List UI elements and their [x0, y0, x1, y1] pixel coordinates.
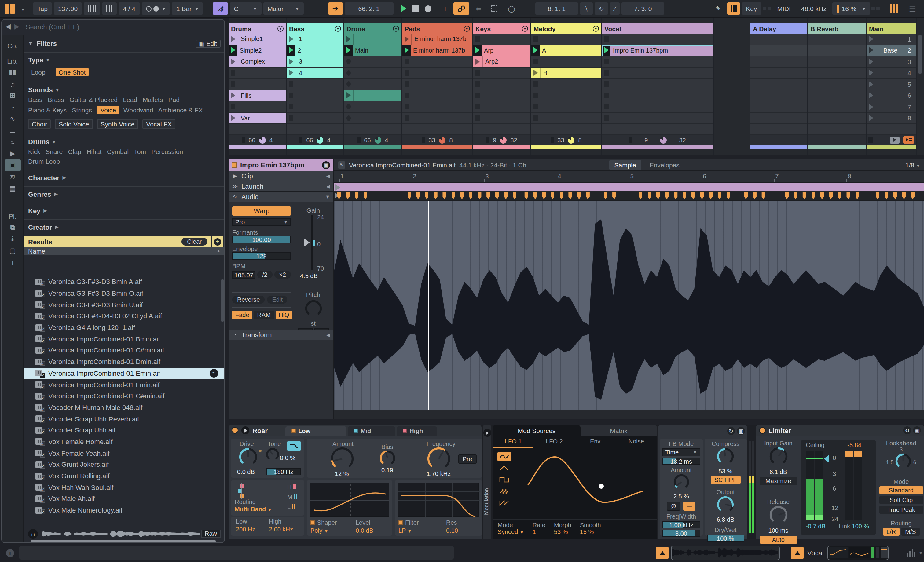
warp-marker[interactable] — [451, 192, 455, 199]
tab-band-high[interactable]: High — [397, 426, 437, 436]
warp-marker[interactable] — [346, 192, 350, 199]
routing-lr-button[interactable]: L/R — [883, 528, 900, 536]
preview-headphone-icon[interactable]: ∩ — [28, 529, 38, 538]
fade-toggle[interactable]: Fade — [232, 311, 252, 319]
session-record-button[interactable] — [454, 3, 470, 15]
gain-value[interactable]: 4.5 dB — [300, 273, 318, 279]
amount-knob[interactable] — [330, 447, 354, 474]
file-row[interactable]: ✓Veronica ImproCombined-01 C#min.aif — [24, 345, 224, 356]
clip-slot[interactable] — [531, 101, 602, 113]
clip-slot[interactable] — [344, 67, 402, 79]
release-knob[interactable] — [768, 505, 788, 527]
warp-marker[interactable] — [612, 192, 616, 199]
save-preset-icon[interactable]: ▣ — [913, 426, 921, 434]
warp-marker[interactable] — [513, 192, 516, 199]
output-knob[interactable] — [716, 495, 735, 516]
clip-slot[interactable] — [531, 56, 602, 67]
scene-slot[interactable]: 1 — [867, 34, 916, 45]
reverse-button[interactable]: Reverse — [232, 296, 265, 304]
warp-marker[interactable] — [911, 192, 915, 199]
grooves-icon[interactable]: ≋ — [4, 171, 21, 183]
clip-slot[interactable] — [473, 90, 531, 101]
warp-marker[interactable] — [894, 192, 897, 199]
return-slot[interactable] — [808, 101, 866, 113]
track-menu-icon[interactable]: ▼ — [464, 25, 470, 31]
warp-marker[interactable] — [586, 192, 590, 199]
warp-marker[interactable] — [469, 192, 473, 199]
punch-in-switch[interactable]: ∖ — [580, 3, 592, 15]
stop-all-clips-button[interactable] — [890, 136, 900, 143]
input-gain-knob[interactable] — [768, 447, 788, 469]
tone-filter-icon[interactable] — [287, 441, 301, 451]
output-meter-icon[interactable] — [907, 549, 916, 557]
arrangement-record-button[interactable] — [425, 5, 432, 12]
amount-value[interactable]: 12 % — [335, 471, 349, 477]
clip-slot[interactable] — [602, 113, 713, 124]
sounds-row1[interactable]: Bass Brass Guitar & Plucked Lead Mallets… — [24, 95, 224, 105]
overdub-button[interactable]: + — [439, 3, 452, 15]
clip-slot[interactable] — [344, 113, 402, 124]
stop-button[interactable] — [412, 6, 418, 12]
collapse-icon[interactable]: ◀ — [326, 184, 330, 189]
warp-marker[interactable] — [648, 192, 651, 199]
input-gain-value[interactable]: 6.1 dB — [759, 469, 797, 475]
add-folder-icon[interactable]: + — [4, 256, 21, 268]
tone-value[interactable]: 0.0 % — [280, 454, 296, 461]
clear-filters-button[interactable]: Clear — [182, 238, 207, 246]
drums-icon[interactable]: ♫ — [4, 78, 21, 90]
filter-res-value[interactable]: 0.10 — [446, 527, 458, 534]
clip-slot[interactable] — [402, 67, 472, 79]
dry-wet-slider[interactable]: 100 % — [707, 535, 744, 542]
track-header[interactable]: Drums▼ — [228, 23, 286, 34]
clip-slot[interactable] — [531, 90, 602, 101]
track-menu-icon[interactable]: ▼ — [593, 25, 599, 31]
preview-waveform[interactable] — [42, 529, 201, 538]
tap-tempo-button[interactable]: Tap — [33, 3, 52, 15]
draw-pencil-icon[interactable]: ✎ — [711, 4, 725, 13]
bpm-field[interactable]: 105.07 — [232, 271, 256, 278]
return-slot[interactable] — [750, 113, 807, 124]
track-header[interactable]: Bass▼ — [286, 23, 344, 34]
clip-slot[interactable]: Simple1 — [228, 34, 286, 45]
waveform-display[interactable] — [334, 201, 924, 410]
tempo-field[interactable]: 137.00 — [54, 3, 82, 15]
computer-midi-keyboard-button[interactable] — [727, 3, 740, 15]
file-row[interactable]: ✓Vocoder Scrap Uhh.aif — [24, 424, 224, 436]
clip-slot[interactable] — [473, 34, 531, 45]
filter-type-menu[interactable]: LP ▼ — [399, 527, 412, 534]
mod-source-tab-lfo2[interactable]: LFO 2 — [534, 436, 575, 448]
warp-marker[interactable] — [885, 192, 888, 199]
warp-marker[interactable] — [568, 192, 572, 199]
roar-header[interactable]: Roar Low Mid High — [228, 425, 481, 436]
clip-slot[interactable] — [473, 79, 531, 90]
ceiling-value[interactable]: -0.7 dB — [806, 523, 826, 530]
clip-slot[interactable] — [286, 101, 344, 113]
samples-icon[interactable]: ▣ — [4, 159, 21, 171]
voice-chip[interactable]: Solo Voice — [55, 119, 93, 129]
warp-marker[interactable] — [847, 192, 850, 199]
mod-source-tab-env[interactable]: Env — [575, 436, 616, 448]
scene-slot[interactable]: 5 — [867, 79, 916, 90]
clip-slot[interactable]: 1 — [286, 34, 344, 45]
shaper-level-value[interactable]: 0.0 dB — [356, 527, 374, 534]
scene-slot[interactable]: 7 — [867, 101, 916, 113]
track-header[interactable]: A Delay — [750, 23, 807, 34]
envelope-slider[interactable]: 128 — [232, 252, 291, 259]
warp-marker[interactable] — [820, 192, 824, 199]
return-slot[interactable] — [808, 67, 866, 79]
warp-marker[interactable] — [656, 192, 660, 199]
crossover-low-value[interactable]: 200 Hz — [236, 526, 255, 533]
nudge-down-button[interactable] — [84, 3, 100, 15]
clip-slot[interactable] — [402, 113, 472, 124]
clip-slot[interactable]: Main — [344, 45, 402, 56]
drums-row1[interactable]: Kick Snare Clap Hihat Cymbal Tom Percuss… — [24, 147, 224, 156]
ceiling-handle[interactable] — [824, 455, 828, 462]
warp-mode-menu[interactable]: Pro▼ — [232, 218, 291, 226]
clip-slot[interactable] — [402, 56, 472, 67]
clip-slot[interactable]: Simple2 — [228, 45, 286, 56]
add-filter-button[interactable]: + — [212, 237, 223, 247]
clip-slot[interactable]: Impro Emin 137bpm — [602, 45, 713, 56]
arrangement-view-toggle[interactable]: ☰ — [905, 3, 920, 15]
time-signature-field[interactable]: 4 / 4 — [118, 3, 140, 15]
warp-marker[interactable] — [364, 192, 367, 199]
